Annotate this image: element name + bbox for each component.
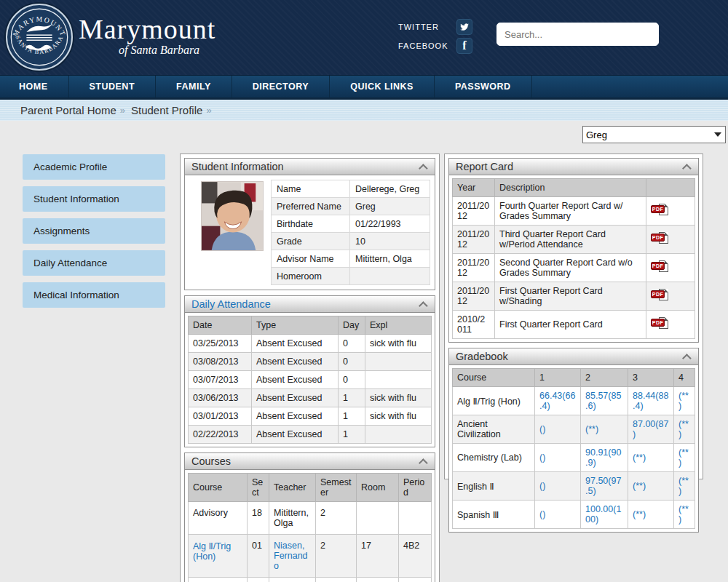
- nav-item-student[interactable]: STUDENT: [69, 76, 157, 97]
- sidebar-item-student-information[interactable]: Student Information: [23, 186, 165, 212]
- grade-link[interactable]: 88.44(88.4): [633, 391, 668, 411]
- pdf-label: PDF: [651, 234, 665, 242]
- report-card-table: YearDescription 2011/2012Fourth Quarter …: [452, 178, 695, 339]
- cell: 03/01/2013: [189, 407, 252, 426]
- grade-link[interactable]: 87.00(87): [633, 419, 668, 439]
- grade-link[interactable]: (): [539, 453, 545, 463]
- grade-link[interactable]: 100.00(100): [585, 504, 621, 525]
- facebook-icon[interactable]: f: [456, 38, 472, 54]
- grade-link[interactable]: (**): [678, 476, 689, 496]
- report-description: First Quarter Report Card: [495, 311, 646, 339]
- cell: Absent Excused: [252, 407, 339, 426]
- panel-title: Student Information: [191, 161, 284, 172]
- attendance-row: 03/07/2013Absent Excused0: [189, 371, 432, 389]
- cell: Stekall, Jeffrey: [269, 578, 316, 582]
- cell: 1: [339, 389, 365, 407]
- grade-link[interactable]: 90.91(90.9): [585, 447, 621, 468]
- report-card-row: 2011/2012Second Quarter Report Card w/o …: [453, 254, 695, 282]
- cell: 01: [248, 578, 269, 582]
- right-column: Report Card YearDescription 2011/2012Fou…: [444, 154, 703, 479]
- twitter-icon[interactable]: [456, 19, 472, 35]
- info-value: 01/22/1993: [350, 215, 430, 233]
- cell: Ancient Civilization: [453, 415, 535, 444]
- breadcrumb-link[interactable]: Student Profile: [131, 104, 202, 116]
- info-label: Preferred Name: [272, 198, 350, 215]
- cell: [365, 426, 432, 444]
- pdf-icon[interactable]: PDF: [651, 232, 668, 244]
- info-label: Birthdate: [272, 215, 350, 233]
- column-header: 3: [628, 369, 674, 387]
- column-header: Description: [495, 179, 646, 197]
- pdf-icon[interactable]: PDF: [651, 204, 668, 216]
- report-card-row: 2011/2012First Quarter Report Card w/Sha…: [453, 282, 695, 311]
- grade-link[interactable]: (**): [633, 481, 646, 491]
- cell: 13: [357, 578, 399, 582]
- grade-link[interactable]: (): [539, 424, 545, 434]
- sidebar-item-medical-information[interactable]: Medical Information: [23, 282, 165, 308]
- collapse-chevron-icon[interactable]: [682, 354, 692, 363]
- sidebar-item-assignments[interactable]: Assignments: [23, 218, 165, 244]
- sidebar-item-daily-attendance[interactable]: Daily Attendance: [23, 250, 165, 276]
- grade-link[interactable]: (**): [678, 391, 689, 411]
- grade-link[interactable]: 85.57(85.6): [585, 391, 621, 411]
- column-header: Teacher: [269, 474, 316, 502]
- info-value: 10: [350, 233, 430, 250]
- seal-bird-icon: [25, 24, 53, 51]
- column-header: Course: [453, 369, 535, 387]
- info-value: Dellerege, Greg: [350, 180, 430, 198]
- course-link[interactable]: Niasen, Fernando: [274, 541, 308, 571]
- collapse-chevron-icon[interactable]: [419, 164, 428, 173]
- nav-item-home[interactable]: HOME: [0, 76, 69, 97]
- column-header: 1: [535, 369, 581, 387]
- info-row: Homeroom: [272, 268, 430, 285]
- grade-link[interactable]: (**): [633, 509, 646, 519]
- report-description: Fourth Quarter Report Card w/ Grades Sum…: [495, 197, 646, 226]
- content-area: Greg Academic ProfileStudent Information…: [0, 121, 728, 582]
- column-header: Semester: [316, 474, 357, 502]
- cell: (): [535, 501, 581, 529]
- collapse-chevron-icon[interactable]: [419, 301, 428, 311]
- cell: 66.43(66.4): [535, 387, 581, 415]
- collapse-chevron-icon[interactable]: [682, 164, 692, 173]
- column-header: 2: [581, 369, 628, 387]
- column-header: Room: [357, 474, 399, 502]
- cell: Advisory: [189, 502, 248, 535]
- search-input[interactable]: [496, 23, 659, 46]
- pdf-icon[interactable]: PDF: [651, 289, 668, 301]
- report-card-panel: Report Card YearDescription 2011/2012Fou…: [448, 158, 699, 343]
- cell: 2: [316, 502, 357, 535]
- cell: 17: [357, 535, 399, 578]
- grade-link[interactable]: (**): [678, 419, 689, 439]
- nav-item-password[interactable]: PASSWORD: [435, 76, 532, 97]
- info-row: Grade10: [272, 233, 430, 250]
- cell: 0: [339, 353, 365, 371]
- top-banner: MARYMOUNT SANTA BARBARA Marymount of San…: [0, 0, 728, 75]
- grade-link[interactable]: (**): [678, 504, 689, 525]
- cell: (**): [628, 444, 674, 472]
- grade-link[interactable]: (**): [633, 453, 646, 463]
- nav-item-quick-links[interactable]: QUICK LINKS: [330, 76, 435, 97]
- sidebar-item-academic-profile[interactable]: Academic Profile: [23, 154, 165, 180]
- nav-item-directory[interactable]: DIRECTORY: [232, 76, 330, 97]
- grade-link[interactable]: 66.43(66.4): [539, 391, 575, 411]
- grade-link[interactable]: 97.50(97.5): [585, 476, 621, 496]
- column-header: Expl: [365, 316, 432, 335]
- collapse-chevron-icon[interactable]: [419, 458, 428, 468]
- cell: 01: [248, 535, 269, 578]
- pdf-label: PDF: [651, 319, 665, 327]
- student-selector[interactable]: Greg: [582, 126, 726, 143]
- pdf-icon[interactable]: PDF: [651, 317, 668, 330]
- grade-link[interactable]: (**): [585, 424, 598, 434]
- course-link[interactable]: Alg Ⅱ/Trig (Hon): [193, 541, 231, 562]
- cell: 03/07/2013: [189, 371, 252, 389]
- breadcrumb-link[interactable]: Parent Portal Home: [20, 104, 116, 116]
- grade-link[interactable]: (): [539, 481, 545, 491]
- report-pdf-cell: PDF: [646, 282, 695, 311]
- pdf-icon[interactable]: PDF: [651, 260, 668, 273]
- report-description: Second Quarter Report Card w/o Grades Su…: [495, 254, 646, 282]
- grade-link[interactable]: (**): [678, 447, 689, 468]
- column-header: Day: [339, 316, 365, 335]
- nav-item-family[interactable]: FAMILY: [156, 76, 232, 97]
- attendance-table: DateTypeDayExpl 03/25/2013Absent Excused…: [188, 316, 432, 444]
- grade-link[interactable]: (): [539, 509, 545, 519]
